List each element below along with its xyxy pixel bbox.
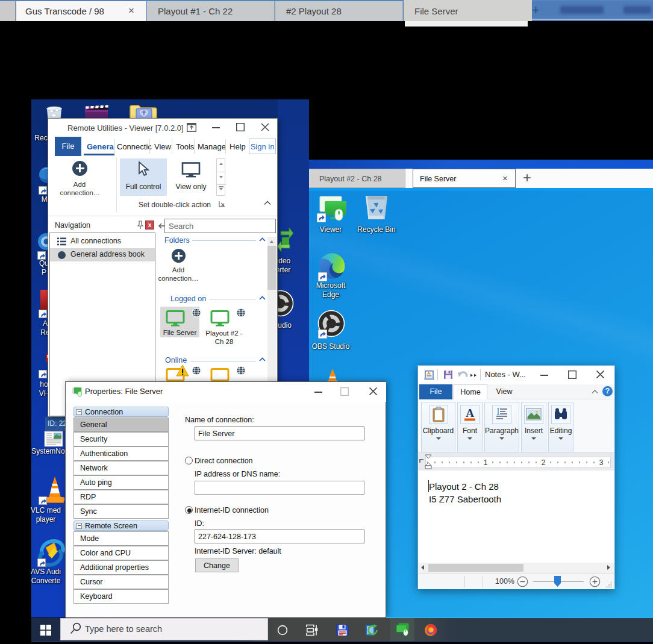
- svg-text:1: 1: [484, 458, 488, 467]
- svg-text:3: 3: [599, 458, 604, 467]
- svg-text:2: 2: [542, 458, 546, 467]
- svg-text:A: A: [466, 407, 474, 419]
